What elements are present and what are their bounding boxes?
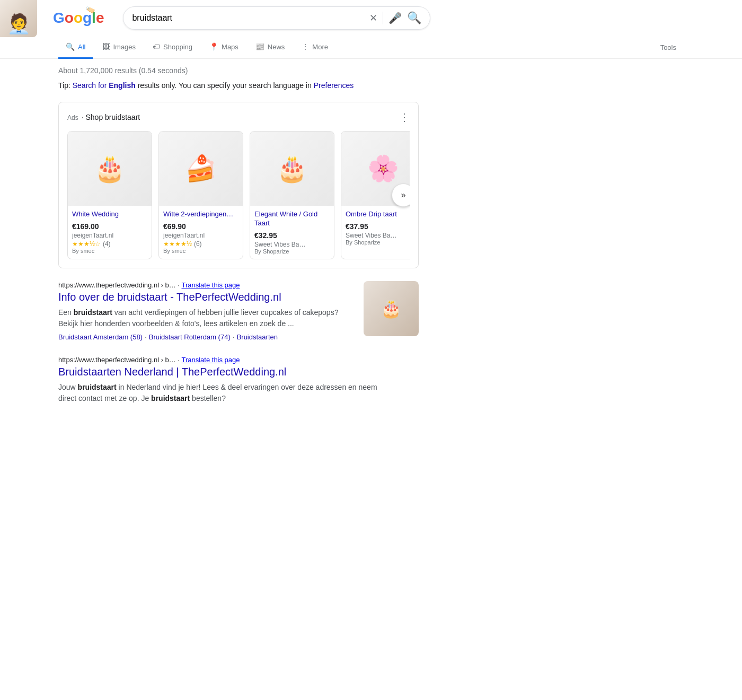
product-store: jeeigenTaart.nl bbox=[163, 232, 238, 239]
product-image-placeholder: 🎂 bbox=[68, 132, 152, 206]
result-content: https://www.theperfectwedding.nl › b… · … bbox=[58, 281, 355, 341]
sitelink[interactable]: Bruidstaart Amsterdam (58) bbox=[58, 333, 143, 341]
result-snippet: Jouw bruidstaart in Nederland vind je hi… bbox=[58, 382, 419, 404]
voice-icon[interactable]: 🎤 bbox=[388, 12, 402, 24]
nav-label-more: More bbox=[312, 43, 328, 51]
search-input[interactable]: bruidstaart bbox=[132, 13, 364, 23]
nav-item-news[interactable]: 📰 News bbox=[248, 36, 293, 59]
tip-box: Tip: Search for English results only. Yo… bbox=[58, 80, 419, 91]
product-by: By smec bbox=[72, 248, 147, 254]
nav-item-more[interactable]: ⋮ More bbox=[294, 36, 335, 59]
sitelink[interactable]: Bruidstaart Rotterdam (74) bbox=[149, 333, 231, 341]
nav-label-news: News bbox=[268, 43, 285, 51]
nav-item-shopping[interactable]: 🏷 Shopping bbox=[145, 36, 200, 59]
organic-results: https://www.theperfectwedding.nl › b… · … bbox=[58, 281, 419, 404]
product-by: By smec bbox=[163, 248, 238, 254]
product-info: Elegant White / Gold Taart €32.95 Sweet … bbox=[250, 206, 334, 259]
nav-label-maps: Maps bbox=[222, 43, 238, 51]
clear-icon[interactable]: ✕ bbox=[369, 12, 377, 24]
product-card[interactable]: 🎂 White Wedding €169.00 jeeigenTaart.nl … bbox=[67, 131, 152, 259]
product-price: €69.90 bbox=[163, 222, 238, 231]
images-icon: 🖼 bbox=[102, 42, 110, 51]
nav-bar: 🔍 All 🖼 Images 🏷 Shopping 📍 Maps 📰 News … bbox=[0, 36, 742, 59]
product-rating: ★★★★½ (6) bbox=[163, 239, 238, 248]
ads-title-area: Ads· Shop bruidstaart bbox=[67, 113, 140, 121]
product-stars: ★★★★½ bbox=[163, 240, 192, 248]
result-url: https://www.theperfectwedding.nl › b… · … bbox=[58, 356, 419, 364]
logo-e: e bbox=[96, 10, 104, 26]
product-store: Sweet Vibes Ba… bbox=[346, 232, 410, 239]
product-price: €32.95 bbox=[254, 231, 330, 240]
logo-o2: o bbox=[74, 10, 83, 26]
product-stars-count: (6) bbox=[194, 240, 202, 248]
logo-g: G bbox=[53, 10, 65, 26]
nav-label-all: All bbox=[78, 43, 85, 51]
nav-label-images: Images bbox=[113, 43, 136, 51]
header: Goog🏷️le bruidstaart ✕ 🎤 🔍 bbox=[0, 0, 742, 36]
search-icon[interactable]: 🔍 bbox=[407, 11, 421, 25]
results-area: About 1,720,000 results (0.54 seconds) T… bbox=[0, 59, 477, 424]
product-name: Elegant White / Gold Taart bbox=[254, 210, 330, 228]
product-image: 🎂 bbox=[68, 132, 152, 206]
ads-more-icon[interactable]: ⋮ bbox=[399, 111, 410, 124]
result-image-placeholder: 🎂 bbox=[364, 281, 419, 336]
tip-prefix: Tip: bbox=[58, 81, 73, 90]
nav-label-shopping: Shopping bbox=[163, 43, 192, 51]
result-sitelinks: Bruidstaart Amsterdam (58)·Bruidstaart R… bbox=[58, 332, 355, 341]
logo-o1: o bbox=[65, 10, 74, 26]
translate-link[interactable]: Translate this page bbox=[181, 281, 240, 289]
ads-header: Ads· Shop bruidstaart ⋮ bbox=[67, 111, 410, 124]
product-stars: ★★★½☆ bbox=[72, 240, 101, 248]
news-icon: 📰 bbox=[255, 42, 264, 51]
results-count: About 1,720,000 results (0.54 seconds) bbox=[58, 64, 419, 80]
product-info: White Wedding €169.00 jeeigenTaart.nl ★★… bbox=[68, 206, 152, 258]
sitelink[interactable]: Bruidstaarten bbox=[237, 333, 278, 341]
divider bbox=[383, 12, 383, 24]
result-item: https://www.theperfectwedding.nl › b… · … bbox=[58, 281, 419, 341]
tip-suffix: results only. You can specify your searc… bbox=[136, 81, 314, 90]
product-info: Ombre Drip taart €37.95 Sweet Vibes Ba… … bbox=[341, 206, 410, 250]
nav-item-images[interactable]: 🖼 Images bbox=[95, 36, 143, 59]
product-image: 🍰 bbox=[159, 132, 243, 206]
product-card[interactable]: 🍰 Witte 2-verdiepingen… €69.90 jeeigenTa… bbox=[158, 131, 243, 259]
search-bar: bruidstaart ✕ 🎤 🔍 bbox=[123, 6, 430, 30]
tools-button[interactable]: Tools bbox=[653, 37, 684, 58]
product-rating: ★★★½☆ (4) bbox=[72, 239, 147, 248]
google-logo: Goog🏷️le bbox=[53, 10, 104, 27]
product-name: White Wedding bbox=[72, 210, 147, 219]
product-image: 🎂 bbox=[250, 132, 334, 206]
result-title[interactable]: Bruidstaarten Nederland | ThePerfectWedd… bbox=[58, 365, 419, 379]
result-url: https://www.theperfectwedding.nl › b… · … bbox=[58, 281, 355, 289]
product-name: Witte 2-verdiepingen… bbox=[163, 210, 238, 219]
result-content: https://www.theperfectwedding.nl › b… · … bbox=[58, 356, 419, 404]
product-stars-count: (4) bbox=[103, 240, 111, 248]
logo-g2: g🏷️ bbox=[83, 10, 92, 26]
product-by: By Shoparize bbox=[346, 239, 410, 246]
maps-icon: 📍 bbox=[209, 42, 218, 51]
result-url-text: https://www.theperfectwedding.nl › b… bbox=[58, 356, 178, 364]
product-store: Sweet Vibes Ba… bbox=[254, 241, 330, 248]
product-image-placeholder: 🍰 bbox=[159, 132, 243, 206]
ads-title: · Shop bruidstaart bbox=[82, 113, 140, 121]
product-store: jeeigenTaart.nl bbox=[72, 232, 147, 239]
product-price: €37.95 bbox=[346, 222, 410, 231]
shopping-icon: 🏷 bbox=[153, 42, 160, 51]
result-image: 🎂 bbox=[364, 281, 419, 336]
product-card[interactable]: 🎂 Elegant White / Gold Taart €32.95 Swee… bbox=[250, 131, 334, 259]
nav-item-all[interactable]: 🔍 All bbox=[58, 36, 93, 59]
ads-section: Ads· Shop bruidstaart ⋮ 🎂 White Wedding … bbox=[58, 102, 419, 268]
all-icon: 🔍 bbox=[66, 42, 75, 51]
more-icon: ⋮ bbox=[302, 42, 309, 51]
product-price: €169.00 bbox=[72, 222, 147, 231]
translate-link[interactable]: Translate this page bbox=[181, 356, 240, 364]
product-image-placeholder: 🎂 bbox=[250, 132, 334, 206]
nav-item-maps[interactable]: 📍 Maps bbox=[202, 36, 246, 59]
tip-search-link[interactable]: Search for English bbox=[73, 81, 136, 90]
product-by: By Shoparize bbox=[254, 248, 330, 255]
tip-preferences-link[interactable]: Preferences bbox=[314, 81, 354, 90]
result-item: https://www.theperfectwedding.nl › b… · … bbox=[58, 356, 419, 404]
result-title[interactable]: Info over de bruidstaart - ThePerfectWed… bbox=[58, 290, 355, 304]
product-name: Ombre Drip taart bbox=[346, 210, 410, 219]
products-grid: 🎂 White Wedding €169.00 jeeigenTaart.nl … bbox=[67, 131, 410, 259]
ads-label: Ads bbox=[67, 114, 78, 121]
